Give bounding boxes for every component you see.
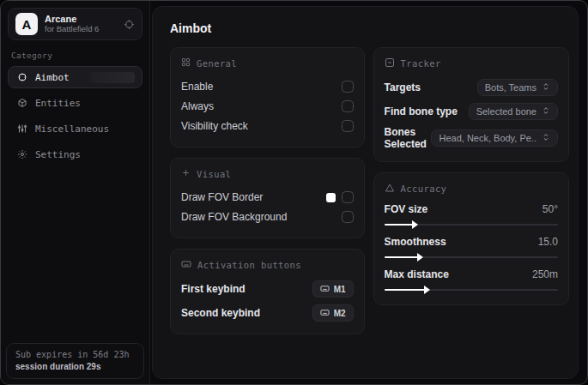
setting-label: Enable [181,81,213,93]
card-title: Visual [197,169,231,179]
subscription-status: Sub expires in 56d 23h session duration … [6,343,144,379]
setting-row-second-keybind: Second keybind M2 [181,304,354,322]
draw-fov-background-checkbox[interactable] [342,211,354,223]
slider-thumb[interactable] [417,253,423,262]
setting-label: Visibility check [181,120,248,132]
setting-row-draw-fov-background: Draw FOV Background [181,208,354,226]
crosshair-icon[interactable] [124,19,135,30]
card-title: General [197,58,237,69]
boxes-icon [16,98,27,108]
plus-icon [181,168,191,179]
max-distance-slider[interactable] [385,286,558,293]
setting-label: First keybind [181,283,246,295]
app-window: A Arcane for Battlefield 6 Category Aimb… [0,0,588,385]
keyboard-icon [181,259,191,271]
slider-thumb[interactable] [412,220,418,229]
setting-row-find-bone-type: Find bone type Selected bone [385,102,558,121]
setting-label: Smoothness [385,236,446,248]
grid-icon [181,57,191,69]
sidebar-item-label: Aimbot [35,72,70,83]
chevrons-up-down-icon [542,133,550,143]
setting-label: Find bone type [385,105,458,117]
card-title: Accuracy [401,183,447,194]
setting-label: Max distance [385,268,449,280]
sidebar-item-label: Entities [35,98,81,109]
tracker-card: Tracker Targets Bots, Teams Find bone ty… [373,47,569,162]
targets-select[interactable]: Bots, Teams [477,79,558,96]
sidebar-item-label: Settings [35,149,81,160]
sidebar-item-aimbot[interactable]: Aimbot [8,66,142,88]
sidebar-item-entities[interactable]: Entities [8,92,142,114]
select-value: Head, Neck, Body, Pe.. [439,133,536,143]
app-logo: A [15,13,38,35]
always-checkbox[interactable] [342,100,354,112]
visual-card: Visual Draw FOV Border Draw FOV Backgrou… [170,158,365,238]
bones-selected-select[interactable]: Head, Neck, Body, Pe.. [431,129,558,147]
setting-row-smoothness: Smoothness 15.0 [385,236,558,261]
setting-row-bones-selected: Bones Selected Head, Neck, Body, Pe.. [385,126,558,150]
setting-label: Always [181,100,214,112]
setting-label: Draw FOV Background [181,211,287,223]
sub-expiry-text: Sub expires in 56d 23h [15,350,135,359]
logo-card: A Arcane for Battlefield 6 [8,8,142,40]
smoothness-value: 15.0 [538,236,558,248]
setting-row-visibility-check: Visibility check [181,117,354,135]
keybind-value: M2 [334,309,346,318]
fov-border-color-swatch[interactable] [326,193,336,202]
find-bone-type-select[interactable]: Selected bone [469,103,558,120]
box-minus-icon [385,57,395,69]
sidebar-nav: Aimbot Entities Miscellaneous Settings [1,66,149,165]
setting-label: FOV size [385,203,428,215]
setting-row-targets: Targets Bots, Teams [385,78,558,97]
app-subtitle: for Battlefield 6 [45,25,117,34]
first-keybind-button[interactable]: M1 [312,280,354,298]
slider-thumb[interactable] [424,286,430,294]
select-value: Selected bone [476,106,536,117]
setting-row-fov-size: FOV size 50° [385,203,558,228]
card-title: Activation buttons [197,260,301,270]
setting-row-first-keybind: First keybind M1 [181,280,354,298]
setting-row-max-distance: Max distance 250m [385,268,558,293]
sidebar: A Arcane for Battlefield 6 Category Aimb… [1,1,150,384]
category-label: Category [11,51,139,60]
setting-label: Draw FOV Border [181,191,263,203]
sliders-icon [16,123,27,134]
accuracy-card: Accuracy FOV size 50° [373,172,569,305]
setting-row-always: Always [181,97,354,116]
fov-size-value: 50° [543,203,558,215]
sidebar-item-settings[interactable]: Settings [8,143,142,165]
smoothness-slider[interactable] [385,254,558,261]
second-keybind-button[interactable]: M2 [312,304,354,322]
chevrons-up-down-icon [542,106,550,117]
page-title: Aimbot [170,21,569,35]
sidebar-item-miscellaneous[interactable]: Miscellaneous [8,117,142,140]
visibility-check-checkbox[interactable] [342,120,354,132]
crosshair-icon [16,72,27,82]
setting-row-draw-fov-border: Draw FOV Border [181,188,354,207]
setting-row-enable: Enable [181,77,354,96]
keyboard-icon [320,308,330,319]
fov-size-slider[interactable] [385,221,558,228]
gear-icon [16,149,27,159]
app-name: Arcane [45,14,117,25]
keyboard-icon [320,284,330,295]
sidebar-item-label: Miscellaneous [35,123,109,135]
main-panel: Aimbot General Enable [152,6,579,379]
general-card: General Enable Always Visibility check [170,47,365,147]
setting-label: Targets [385,81,421,93]
session-duration-text: session duration 29s [15,362,135,371]
setting-label: Second keybind [181,307,260,319]
max-distance-value: 250m [532,268,558,280]
card-title: Tracker [401,58,441,69]
setting-label: Bones Selected [385,126,432,150]
select-value: Bots, Teams [485,82,536,93]
enable-checkbox[interactable] [342,81,354,93]
activation-buttons-card: Activation buttons First keybind M1 Seco… [170,249,365,334]
chevrons-up-down-icon [542,82,550,93]
keybind-value: M1 [334,285,346,294]
draw-fov-border-checkbox[interactable] [342,191,354,203]
triangle-icon [385,183,395,195]
